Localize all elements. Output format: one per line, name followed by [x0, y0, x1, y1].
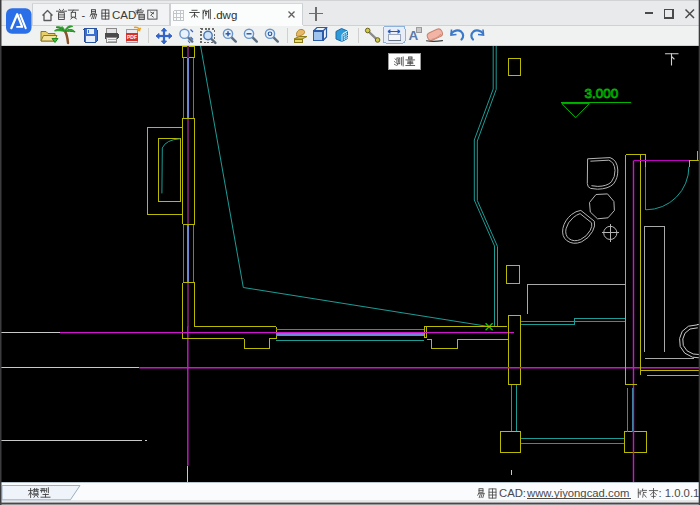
- svg-text:3.000: 3.000: [585, 86, 619, 101]
- svg-text:.dwg: .dwg: [213, 9, 237, 21]
- svg-text:CAD: CAD: [112, 9, 136, 21]
- svg-text:CAD:: CAD:: [499, 487, 526, 499]
- svg-text:PDF: PDF: [127, 34, 137, 40]
- svg-text:-: -: [82, 9, 86, 21]
- svg-text:www.yiyongcad.com: www.yiyongcad.com: [526, 487, 629, 499]
- svg-text:: 1.0.0.1: : 1.0.0.1: [659, 487, 700, 499]
